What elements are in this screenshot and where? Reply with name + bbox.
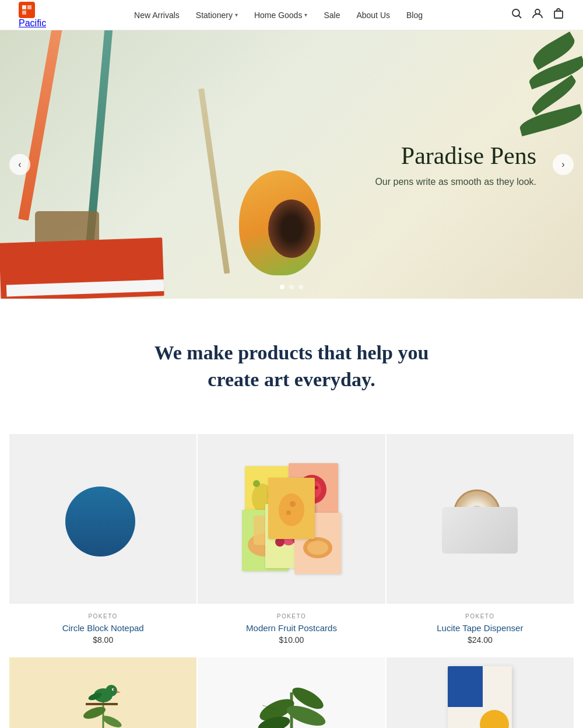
svg-point-26 — [279, 494, 304, 526]
svg-point-9 — [253, 480, 260, 487]
svg-rect-1 — [27, 5, 31, 9]
products-section: POKETO Circle Block Notepad $8.00 — [0, 422, 583, 728]
nav-blog[interactable]: Blog — [406, 10, 423, 20]
svg-line-4 — [518, 16, 521, 19]
notebook-pages — [6, 279, 164, 296]
tape-base — [442, 507, 518, 554]
papaya-body — [239, 170, 321, 275]
svg-rect-6 — [554, 11, 563, 18]
book-blue-shape — [448, 666, 483, 707]
home-goods-chevron-icon: ▾ — [304, 12, 307, 18]
product-image-tape — [387, 434, 574, 603]
carousel-dots — [280, 285, 303, 289]
svg-marker-36 — [117, 691, 121, 693]
svg-point-28 — [286, 510, 291, 515]
svg-point-35 — [113, 689, 114, 690]
product-card-postcards[interactable]: POKETO Modern Fruit Postcards $10.00 — [198, 434, 385, 656]
product-info-tape: POKETO Lucite Tape Dispenser $24.00 — [387, 603, 574, 656]
product-card-plant[interactable] — [198, 657, 385, 728]
chevron-left-icon: ‹ — [18, 159, 21, 170]
carousel-prev-button[interactable]: ‹ — [9, 154, 30, 175]
hero-background: Paradise Pens Our pens write as smooth a… — [0, 30, 583, 299]
carousel-next-button[interactable]: › — [553, 154, 574, 175]
cart-button[interactable] — [553, 8, 564, 22]
svg-point-5 — [535, 9, 540, 14]
plant-leaves — [513, 30, 583, 147]
product-price-tape: $24.00 — [396, 635, 564, 645]
book-cover: The Modernist Coloring Book — [448, 666, 512, 728]
stationery-chevron-icon: ▾ — [235, 12, 238, 18]
plant-card-background — [198, 657, 385, 728]
svg-point-25 — [307, 541, 328, 555]
hero-title: Paradise Pens — [375, 142, 536, 170]
svg-rect-2 — [22, 10, 26, 15]
product-info-postcards: POKETO Modern Fruit Postcards $10.00 — [198, 603, 385, 656]
svg-point-27 — [290, 501, 296, 507]
product-brand-tape: POKETO — [396, 613, 564, 620]
orange-notebook — [0, 237, 164, 299]
products-grid-row2: The Modernist Coloring Book — [9, 657, 574, 728]
site-header: Pacific New Arrivals Stationery ▾ Home G… — [0, 0, 583, 30]
notepad-body — [65, 487, 135, 556]
tagline-section: We make products that help you create ar… — [0, 299, 583, 422]
product-card-bird[interactable] — [9, 657, 196, 728]
product-brand-notepad: POKETO — [19, 613, 187, 620]
product-name-tape: Lucite Tape Dispenser — [396, 623, 564, 633]
product-price-notepad: $8.00 — [19, 635, 187, 645]
light-pen — [198, 88, 230, 274]
papaya-seeds — [268, 200, 315, 258]
nav-about-us[interactable]: About Us — [356, 10, 390, 20]
product-brand-postcards: POKETO — [207, 613, 375, 620]
product-image-notepad — [9, 434, 196, 603]
svg-rect-0 — [22, 5, 26, 9]
book-card-background: The Modernist Coloring Book — [387, 657, 574, 728]
notepad-illustration — [65, 481, 141, 556]
svg-point-3 — [512, 9, 519, 16]
svg-point-14 — [315, 486, 318, 489]
svg-point-33 — [106, 685, 117, 696]
logo-text: Pacific — [19, 18, 46, 28]
postcards-illustration — [236, 460, 347, 577]
product-card-book[interactable]: The Modernist Coloring Book — [387, 657, 574, 728]
postcard-2 — [268, 478, 315, 539]
carousel-dot-3[interactable] — [298, 285, 303, 289]
account-icon — [532, 8, 543, 22]
chevron-right-icon: › — [561, 159, 564, 170]
hero-decorative-objects — [0, 30, 379, 299]
hero-carousel: Paradise Pens Our pens write as smooth a… — [0, 30, 583, 299]
nav-new-arrivals[interactable]: New Arrivals — [134, 10, 180, 20]
book-yellow-circle — [480, 710, 509, 728]
nav-sale[interactable]: Sale — [324, 10, 340, 20]
product-name-notepad: Circle Block Notepad — [19, 623, 187, 633]
hero-text-block: Paradise Pens Our pens write as smooth a… — [375, 142, 536, 187]
search-button[interactable] — [511, 8, 522, 22]
product-card-notepad[interactable]: POKETO Circle Block Notepad $8.00 — [9, 434, 196, 656]
logo[interactable]: Pacific — [19, 2, 46, 29]
nav-home-goods[interactable]: Home Goods ▾ — [254, 10, 307, 20]
papaya — [227, 164, 332, 281]
product-image-postcards — [198, 434, 385, 603]
product-name-postcards: Modern Fruit Postcards — [207, 623, 375, 633]
tape-dispenser-illustration — [436, 484, 524, 554]
account-button[interactable] — [532, 8, 543, 22]
search-icon — [511, 8, 522, 22]
product-info-notepad: POKETO Circle Block Notepad $8.00 — [9, 603, 196, 656]
tagline-text: We make products that help you create ar… — [140, 340, 443, 393]
main-nav: New Arrivals Stationery ▾ Home Goods ▾ S… — [134, 10, 423, 20]
logo-icon — [19, 2, 35, 18]
carousel-dot-2[interactable] — [289, 285, 294, 289]
cart-icon — [553, 8, 564, 22]
orange-pen — [18, 30, 63, 220]
header-actions — [511, 8, 564, 22]
products-grid: POKETO Circle Block Notepad $8.00 — [9, 434, 574, 656]
product-price-postcards: $10.00 — [207, 635, 375, 645]
leaf-4 — [518, 104, 583, 136]
carousel-dot-1[interactable] — [280, 285, 285, 289]
bird-card-background — [9, 657, 196, 728]
hero-subtitle: Our pens write as smooth as they look. — [375, 177, 536, 187]
svg-point-31 — [100, 713, 123, 728]
product-card-tape[interactable]: POKETO Lucite Tape Dispenser $24.00 — [387, 434, 574, 656]
nav-stationery[interactable]: Stationery ▾ — [196, 10, 238, 20]
